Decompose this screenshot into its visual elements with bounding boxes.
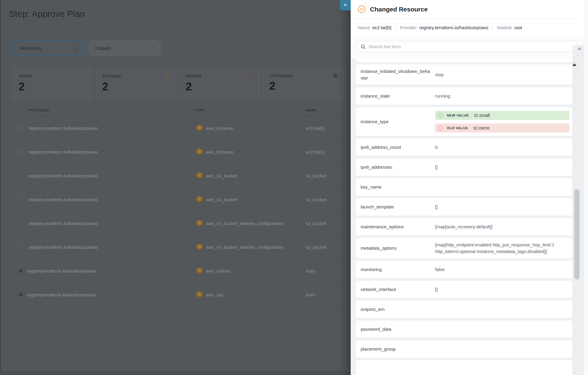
type-cell: aws_instance: [194, 148, 306, 155]
provider-text: registry.terraform.io/hashicorp/aws: [27, 292, 96, 297]
deleted-status-icon: −: [248, 73, 254, 79]
aws-resource-icon: [197, 196, 203, 203]
summary-card-top: Deleted−: [186, 73, 254, 79]
type-text: aws_vpc: [206, 292, 223, 297]
type-text: aws_s3_bucket: [206, 197, 237, 202]
tab-label: Outputs: [95, 45, 111, 51]
column-header-provider: PROVIDER: [0, 108, 194, 112]
aws-resource-icon: [197, 244, 203, 250]
summary-label: Added: [19, 73, 32, 78]
type-text: aws_s3_bucket_website_configuration: [206, 245, 283, 250]
field-value: []: [435, 164, 569, 170]
column-header-type: TYPE: [194, 108, 306, 112]
field-value: stop: [435, 71, 569, 78]
summary-count: 2: [19, 81, 87, 93]
field-key: monitoring: [361, 266, 435, 273]
changed-status-icon: ⟳: [19, 149, 24, 155]
page-title: Step: Approve Plan: [9, 9, 85, 19]
type-text: aws_s3_bucket_website_configuration: [206, 221, 283, 226]
provider-text: registry.terraform.io/hashicorp/aws: [29, 126, 98, 131]
scrollbar-thumb[interactable]: [574, 189, 580, 280]
left-edge-divider: [0, 0, 1, 375]
summary-count: 2: [102, 81, 170, 93]
summary-count: 2: [186, 81, 254, 93]
provider-cell: ✓registry.terraform.io/hashicorp/aws: [0, 244, 194, 250]
added-status-icon: ✓: [19, 197, 24, 202]
field-value: [map[http_endpoint:enabled http_put_resp…: [435, 242, 569, 255]
screen: Step: Approve Plan Resources 8 Outputs 7…: [0, 0, 588, 375]
type-text: aws_instance: [206, 126, 233, 131]
field-key: metadata_options: [361, 245, 435, 252]
provider-text: registry.terraform.io/hashicorp/aws: [29, 197, 98, 202]
diff-value: t2.small: [474, 112, 490, 119]
aws-resource-icon: [197, 220, 203, 227]
name-text: s3_bucket: [306, 245, 326, 250]
summary-card-added: Added✓2: [12, 67, 93, 100]
field-value: []: [435, 286, 569, 293]
unchanged-dot-icon: [19, 292, 23, 297]
provider-cell: ✓registry.terraform.io/hashicorp/aws: [0, 197, 194, 202]
form-field-row: ipv6_addresses[]: [356, 158, 572, 176]
old-value-banner: −OLD VALUEt2.micro: [435, 123, 569, 133]
type-cell: aws_s3_bucket: [194, 172, 306, 179]
form-field-row: monitoringfalse: [356, 261, 572, 278]
name-text: s3_bucket: [306, 173, 326, 178]
close-drawer-button[interactable]: ✕: [340, 0, 351, 10]
summary-label: Changed: [102, 73, 121, 78]
form-field-row: outpost_arn: [356, 301, 572, 318]
deleted-status-icon: −: [19, 173, 24, 179]
search-icon: [361, 44, 365, 49]
field-key: maintenance_options: [361, 223, 435, 230]
type-cell: aws_s3_bucket_website_configuration: [194, 244, 306, 250]
form-field-row: placement_group: [356, 340, 572, 358]
name-text: ec2-be[0]: [306, 126, 325, 131]
form-field-row: launch_template[]: [356, 198, 572, 216]
type-cell: aws_vpc: [194, 291, 306, 298]
unchanged-dot-icon: [333, 73, 337, 78]
tab-count: 8: [75, 45, 78, 51]
diff-label: OLD VALUE: [447, 125, 468, 131]
name-text: main: [306, 268, 316, 273]
meta-label: Provider: [400, 25, 417, 30]
deleted-status-icon: −: [19, 220, 24, 226]
form-field-row: instance_staterunning: [356, 87, 572, 105]
type-cell: aws_s3_bucket_website_configuration: [194, 220, 306, 227]
tab-outputs[interactable]: Outputs 7: [88, 40, 161, 56]
provider-cell: registry.terraform.io/hashicorp/aws: [0, 268, 194, 273]
aws-resource-icon: [197, 148, 203, 155]
unchanged-dot-icon: [19, 269, 23, 273]
form-field-row: metadata_options[map[http_endpoint:enabl…: [356, 238, 572, 258]
search-strip: [351, 36, 588, 58]
type-cell: aws_subnet: [194, 267, 306, 274]
field-key: ipv6_address_count: [361, 144, 435, 151]
meta-value-provider: registry.terraform.io/hashicorp/aws: [419, 25, 488, 30]
search-input[interactable]: [368, 41, 577, 52]
partially-scrolled-row: [356, 58, 572, 62]
drawer-title: Changed Resource: [370, 6, 428, 13]
provider-text: registry.terraform.io/hashicorp/aws: [29, 149, 98, 155]
form-field-row: network_interface[]: [356, 281, 572, 298]
field-value: false: [435, 266, 569, 273]
field-value: [map[auto_recovery:default]]: [435, 223, 569, 230]
provider-text: registry.terraform.io/hashicorp/aws: [29, 245, 98, 250]
name-text: s3_bucket: [306, 221, 326, 226]
changed-resource-drawer: ⟳ Changed Resource Name ec2-be[0] Provid…: [351, 0, 588, 375]
summary-count: 2: [269, 80, 337, 92]
summary-card-top: Unchanged: [269, 73, 337, 78]
summary-card-unchanged: Unchanged2: [263, 67, 343, 100]
field-key: password_data: [361, 326, 435, 333]
diff-label: NEW VALUE: [447, 112, 469, 119]
field-key: key_name: [361, 184, 435, 190]
aws-resource-icon: [197, 125, 203, 131]
form-scroll-up-icon[interactable]: [572, 63, 577, 66]
tab-count: 7: [152, 45, 154, 51]
summary-card-changed: Changed⟳2: [96, 67, 176, 100]
name-text: ec2-be[1]: [306, 149, 325, 155]
changed-status-icon: ⟳: [19, 125, 24, 131]
provider-text: registry.terraform.io/hashicorp/aws: [29, 173, 98, 178]
summary-card-top: Changed⟳: [102, 73, 170, 79]
changed-status-icon: ⟳: [164, 73, 170, 79]
page-scroll-up-icon[interactable]: [577, 47, 582, 50]
form-field-row: ipv6_address_count0: [356, 139, 572, 156]
tab-resources[interactable]: Resources 8: [12, 40, 85, 56]
